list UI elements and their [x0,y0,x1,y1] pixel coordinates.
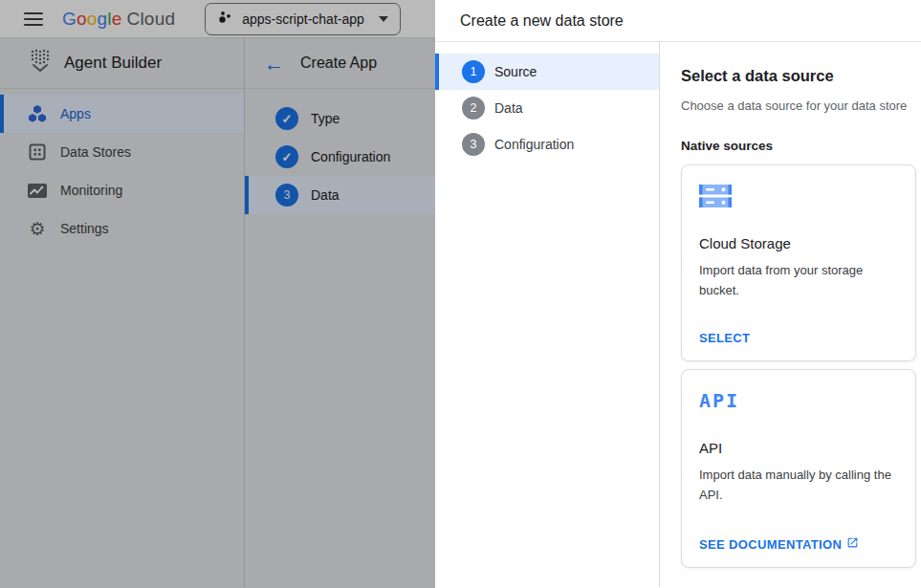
dialog-stepper: 1 Source 2 Data 3 Configuration [435,42,660,587]
dialog-content: Select a data source Choose a data sourc… [660,42,921,587]
source-cards: Cloud Storage Import data from your stor… [681,164,916,568]
modal-scrim [0,0,435,588]
stepper-step-configuration[interactable]: 3 Configuration [435,126,659,163]
stepper-step-source[interactable]: 1 Source [435,54,659,90]
dialog-title: Create a new data store [460,12,624,30]
content-heading: Select a data source [681,67,916,85]
native-sources-label: Native sources [681,139,916,153]
dialog-header: Create a new data store [435,0,921,42]
see-documentation-link[interactable]: SEE DOCUMENTATION [699,534,898,554]
content-subheading: Choose a data source for your data store [681,98,916,113]
cloud-storage-card: Cloud Storage Import data from your stor… [681,164,916,361]
step-number-badge: 1 [462,60,485,83]
screen: G o o g l e Cloud apps-script-chat-app [0,0,921,588]
cloud-storage-icon [699,185,898,207]
step-label: Data [494,100,523,116]
step-label: Configuration [494,137,574,152]
api-card: API API Import data manually by calling … [681,369,916,568]
step-number-badge: 3 [462,133,485,156]
external-link-icon [846,536,859,552]
card-title: Cloud Storage [699,235,898,251]
step-label: Source [494,64,537,79]
stepper-step-data[interactable]: 2 Data [435,90,659,126]
card-description: Import data manually by calling the API. [699,465,898,505]
create-data-store-dialog: Create a new data store 1 Source 2 Data … [435,0,921,588]
api-logo: API [699,389,898,412]
step-number-badge: 2 [462,97,485,120]
card-description: Import data from your storage bucket. [699,260,898,300]
background-app-region: G o o g l e Cloud apps-script-chat-app [0,0,435,588]
card-title: API [699,440,898,456]
select-button[interactable]: SELECT [699,329,898,347]
